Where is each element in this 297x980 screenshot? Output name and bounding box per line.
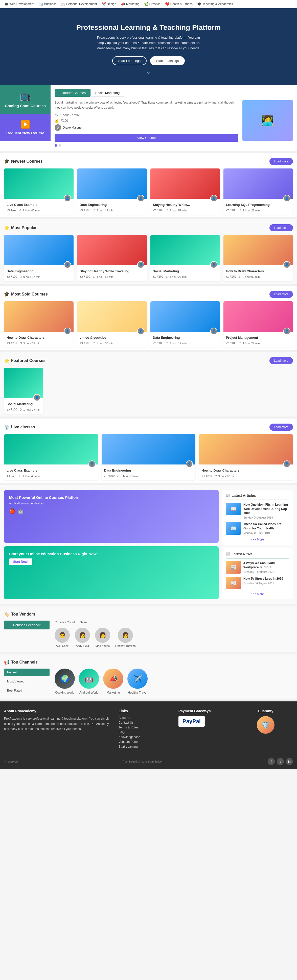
- duration-clock-icon: ⏱: [19, 475, 22, 477]
- course-thumbnail: 👤: [4, 368, 43, 398]
- course-card[interactable]: 👤 Social Marketing 🏷 ₹100 ⏱ 1 hour 27 mi…: [4, 368, 43, 414]
- facebook-icon[interactable]: f: [268, 758, 275, 765]
- article-date: Monday 06 July 2019: [243, 531, 289, 535]
- news-title: How To Stress Less In 2019: [243, 577, 283, 581]
- request-course-card[interactable]: ▶️ Request New Course: [0, 114, 51, 141]
- price-tag-icon: 🏷: [153, 342, 156, 345]
- view-course-button[interactable]: View Course: [54, 134, 238, 142]
- course-title: Live Class Example: [6, 469, 96, 473]
- courses-count-stat: Courses Count: [54, 620, 75, 624]
- footer-link[interactable]: Start Learning: [118, 745, 137, 748]
- course-avatar: 👤: [64, 261, 71, 268]
- promo-2-button[interactable]: Start Now!: [9, 558, 32, 565]
- footer-link[interactable]: Contact Us: [118, 721, 134, 724]
- news-more-link[interactable]: • • • More: [226, 592, 289, 596]
- channel-tab-best-rated[interactable]: Best Rated: [4, 687, 50, 694]
- course-card[interactable]: 👤 Staying Healthy While Traveling 🏷 ₹100…: [77, 235, 147, 281]
- course-card[interactable]: 👤 Data Engineering 🏷 ₹100 ⏱ 9 hour 17 mi…: [4, 235, 73, 281]
- course-meta: 🏷 Free ⏱ 1 hour 45 min: [6, 208, 71, 212]
- course-card[interactable]: 👤 Learning SQL Programming 🏷 ₹100 ⏱ 1 ho…: [224, 169, 293, 215]
- course-card[interactable]: 👤 Live Class Example 🏷 Free ⏱ 1 hour 45 …: [4, 434, 98, 480]
- sold-load-more[interactable]: Load more: [270, 291, 293, 298]
- footer-link[interactable]: Terms & Rules: [118, 725, 138, 729]
- coming-soon-card[interactable]: 📺 Coming Soon Courses: [0, 85, 51, 114]
- nav-item-marketing[interactable]: 📣Marketing: [121, 2, 139, 6]
- course-card[interactable]: 👤 Staying Healthy While... 🏷 ₹100 ⏱ 4 ho…: [150, 169, 220, 215]
- course-card[interactable]: 👤 How to Draw Characters 🏷 ₹250 ⏱ 9 hour…: [4, 301, 73, 348]
- scroll-down-icon: ⌄: [5, 69, 292, 75]
- article-thumb: 📖: [226, 522, 241, 535]
- course-card[interactable]: 👤 Data Engineering 🏷 ₹100 ⏱ 3 hour 17 mi…: [77, 169, 147, 215]
- footer-link-item: FAQ: [118, 730, 173, 734]
- nav-item-personal-development[interactable]: 📖Personal Development: [61, 2, 97, 6]
- tab-social-marketing[interactable]: Social Marketing: [91, 89, 125, 97]
- courses-feedback-btn[interactable]: Courses Feedback: [4, 620, 50, 629]
- twitter-icon[interactable]: t: [277, 758, 284, 765]
- featured-section: 📺 Coming Soon Courses ▶️ Request New Cou…: [0, 85, 297, 151]
- course-card[interactable]: 👤 Live Class Example 🏷 Free ⏱ 1 hour 45 …: [4, 169, 73, 215]
- footer-link-item: Knowledgebase: [118, 735, 173, 739]
- course-meta: 🏷 ₹100 ⏱ 1 hour 27 min: [226, 208, 291, 212]
- nav-icon: 📖: [61, 2, 65, 6]
- course-title: Social Marketing: [6, 402, 40, 406]
- footer-link-item: Vendors Panel: [118, 740, 173, 744]
- course-avatar: 👤: [64, 328, 71, 335]
- channel-tab-most-viewed[interactable]: Most Viewed: [4, 678, 50, 685]
- course-duration: ⏱ 1 hour 45 min: [19, 209, 40, 212]
- course-avatar: 👤: [64, 195, 71, 202]
- hero-section: Professional Learning & Teaching Platfor…: [0, 8, 297, 85]
- channel-tab-newest[interactable]: Newest: [4, 668, 50, 676]
- nav-item-lifestyle[interactable]: 🌿Lifestyle: [144, 2, 161, 6]
- featured-courses-header: ⭐ Featured Courses Load more: [4, 357, 293, 364]
- featured-price: 💰 ₹100: [54, 119, 238, 123]
- featured-load-more[interactable]: Load more: [270, 357, 293, 364]
- channel-card[interactable]: 🤖 Android World: [79, 668, 99, 694]
- course-card[interactable]: 👤 vimeo & youtube 🏷 ₹100 ⏱ 1 hour 30 min: [77, 301, 147, 348]
- channels-tabs: NewestMost ViewedBest Rated: [4, 668, 50, 694]
- course-card[interactable]: 👤 Data Engineering 🏷 ₹100 ⏱ 3 hour 17 mi…: [102, 434, 196, 480]
- course-price: 🏷 ₹250: [201, 474, 212, 478]
- nav-item-business[interactable]: 📊Business: [39, 2, 57, 6]
- course-card[interactable]: 👤 Project Management 🏷 ₹100 ⏱ 1 hour 27 …: [224, 301, 293, 348]
- channels-grid: 🌍 Cooking world 🤖 Android World 📣 Market…: [54, 668, 293, 694]
- footer-link[interactable]: FAQ: [118, 730, 125, 734]
- channel-card[interactable]: 🌍 Cooking world: [54, 668, 75, 694]
- course-thumbnail: 👤: [102, 434, 196, 465]
- course-info: Social Marketing 🏷 ₹100 ⏱ 1 hour 27 min: [150, 265, 220, 281]
- sold-grid: 👤 How to Draw Characters 🏷 ₹250 ⏱ 9 hour…: [4, 301, 293, 348]
- channel-card[interactable]: 📣 Marketing: [103, 668, 123, 694]
- tab-featured-courses[interactable]: Featured Courses: [54, 89, 91, 97]
- footer-link[interactable]: About Us: [118, 716, 131, 720]
- live-load-more[interactable]: Load more: [270, 423, 293, 431]
- nav-item-health-&-fitness[interactable]: ❤️Health & Fitness: [165, 2, 193, 6]
- dot-1[interactable]: [54, 144, 57, 147]
- start-teachings-button[interactable]: Start Teachings: [150, 56, 185, 65]
- channel-card[interactable]: ✈️ Healthy Travel: [128, 668, 148, 694]
- newest-load-more[interactable]: Load more: [270, 158, 293, 165]
- dot-2[interactable]: [59, 144, 61, 147]
- course-title: Data Engineering: [104, 469, 193, 473]
- duration-clock-icon: ⏱: [239, 275, 242, 278]
- popular-load-more[interactable]: Load more: [270, 224, 293, 231]
- duration-clock-icon: ⏱: [239, 209, 242, 212]
- course-card[interactable]: 👤 Social Marketing 🏷 ₹100 ⏱ 1 hour 27 mi…: [150, 235, 220, 281]
- course-card[interactable]: 👤 How to Draw Characters 🏷 ₹250 ⏱ 9 hour…: [224, 235, 293, 281]
- articles-more-link[interactable]: • • • More: [226, 538, 289, 541]
- footer-link[interactable]: Knowledgebase: [118, 735, 140, 739]
- channels-inner: NewestMost ViewedBest Rated 🌍 Cooking wo…: [4, 668, 293, 694]
- nav-item-design[interactable]: ✂️Design: [102, 2, 116, 6]
- course-title: vimeo & youtube: [80, 336, 144, 339]
- price-tag-icon: 🏷: [80, 342, 83, 345]
- footer-link[interactable]: Vendors Panel: [118, 740, 138, 744]
- nav-item-web-development[interactable]: 💻Web Development: [4, 2, 34, 6]
- nav-item-teaching-&-academics[interactable]: 🎓Teaching & Academics: [197, 2, 233, 6]
- course-card[interactable]: 👤 How to Draw Characters 🏷 ₹250 ⏱ 9 hour…: [199, 434, 293, 480]
- start-learnings-button[interactable]: Start Learnings: [112, 56, 147, 65]
- article-item: 📖 These So-Called Vices Are Good for You…: [226, 522, 289, 535]
- course-meta: 🏷 ₹100 ⏱ 9 hour 17 min: [153, 342, 217, 345]
- instagram-icon[interactable]: in: [286, 758, 293, 765]
- duration-clock-icon: ⏱: [93, 209, 96, 212]
- course-meta: 🏷 Free ⏱ 1 hour 45 min: [6, 474, 96, 478]
- course-info: Learning SQL Programming 🏷 ₹100 ⏱ 1 hour…: [224, 199, 293, 215]
- course-card[interactable]: 👤 Data Engineering 🏷 ₹100 ⏱ 9 hour 17 mi…: [150, 301, 220, 348]
